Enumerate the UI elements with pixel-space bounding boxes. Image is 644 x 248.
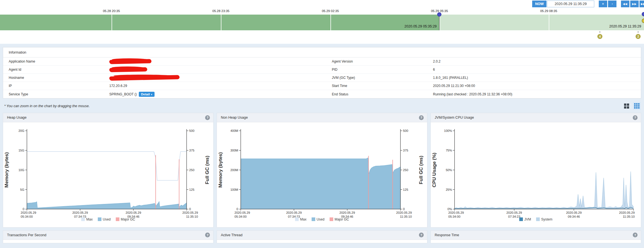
skip-to-end-button[interactable]: ▶▶| [640,1,644,7]
info-field-label: Agent Id [3,68,101,72]
svg-text:500: 500 [189,129,194,132]
edge-event-marker-blue-icon[interactable] [642,12,644,16]
zoom-in-button[interactable]: + [599,1,607,7]
now-button[interactable]: NOW [532,1,547,7]
svg-text:2020.05.2911:35:10: 2020.05.2911:35:10 [619,211,634,218]
legend-item: Max [81,217,93,221]
timeline-gridline [112,15,112,30]
svg-text:75%: 75% [446,149,452,152]
heap-usage-chart[interactable]: 20G50015G37510G2505G125002020.05.2905:34… [3,122,213,227]
event-badge-tick [638,31,638,33]
chevron-down-icon: ▾ [151,93,152,96]
datetime-input[interactable] [547,1,594,7]
info-rows: Application NameAgent Version2.0.2Agent … [3,58,641,98]
help-icon[interactable]: ? [419,233,424,237]
hint-row: * You can zoom in on the chart by draggi… [0,98,644,112]
chart-legend: MaxUsedMajor GC [217,219,427,227]
legend-swatch [330,217,333,221]
cpu-usage-chart[interactable]: 100%75%50%25%0%2020.05.2905:34:002020.05… [431,122,641,227]
information-title: Information [3,47,641,58]
info-field-value: 2.0.2 [422,59,641,63]
svg-text:200M: 200M [230,168,238,172]
cpu-usage-panel: JVM/System CPU Usage ? 100%75%50%25%0%20… [430,113,641,228]
legend-item: Used [98,217,111,221]
svg-text:250: 250 [403,168,408,172]
help-icon[interactable]: ? [419,115,424,120]
svg-text:2020.05.2911:35:10: 2020.05.2911:35:10 [396,211,412,218]
svg-text:25%: 25% [446,188,452,191]
svg-text:2020.05.2905:34:00: 2020.05.2905:34:00 [235,211,250,218]
timeline-tick-label: 05.28 23:35 [212,9,230,13]
active-thread-title: Active Thread [221,233,242,237]
help-icon[interactable]: ? [633,233,638,237]
info-row: Agent IdPID6 [3,66,641,74]
svg-text:125: 125 [189,188,194,191]
legend-item: JVM [519,217,531,221]
info-field-label: Service Type [3,92,101,96]
active-thread-panel: Active Thread ? [217,230,427,243]
svg-text:50%: 50% [446,168,452,172]
info-field-label: Hostname [3,76,101,80]
detail-button[interactable]: Detail▾ [139,92,155,97]
help-icon[interactable]: ? [205,115,210,120]
response-time-title: Response Time [435,233,459,237]
svg-text:0: 0 [403,207,405,211]
redaction-scribble [109,67,147,72]
svg-text:2020.05.2905:34:00: 2020.05.2905:34:00 [448,211,464,218]
chart-plot[interactable]: 100%75%50%25%0%2020.05.2905:34:002020.05… [431,125,641,219]
info-field-label: End Status [323,92,422,96]
svg-text:250: 250 [189,168,194,172]
info-row: Service TypeSPRING_BOOT ()Detail▾End Sta… [3,90,641,98]
selected-time-label: 2020.05.29 05:35:29 [404,24,437,28]
non-heap-usage-panel: Non Heap Usage ? 400M500300M375200M25010… [217,113,427,228]
grid-2x2-icon[interactable] [623,102,630,110]
legend-swatch [81,217,85,221]
chart-legend: MaxUsedMajor GC [3,219,213,227]
chart-legend: JVMSystem [431,219,641,227]
y2-axis-title: Full GC (ms) [418,156,424,184]
legend-item: Major GC [116,217,135,221]
svg-text:2020.05.2909:34:46: 2020.05.2909:34:46 [566,211,582,218]
info-row: Application NameAgent Version2.0.2 [3,58,641,66]
timeline-tick-label: 05.29 02:35 [322,9,339,13]
info-field-value: 2020.05.29 11:21:30 +08:00 [422,84,641,88]
non-heap-usage-chart[interactable]: 400M500300M375200M250100M125002020.05.29… [217,122,427,227]
chart-plot[interactable]: 400M500300M375200M250100M125002020.05.29… [217,125,427,219]
current-time-label: 2020.05.29 11:35:29 [609,24,641,28]
help-icon[interactable]: ? [633,115,638,120]
svg-text:10G: 10G [19,168,24,172]
agent-event-badge-row: 42 [0,30,644,43]
timeline-bar[interactable]: 2020.05.29 05:35:29 2020.05.29 11:35:29 [0,15,644,30]
y-axis-title: Memory (bytes) [4,152,9,188]
grid-3x3-icon[interactable] [633,102,641,110]
timeline-gridline [221,15,221,30]
cpu-usage-title: JVM/System CPU Usage [435,116,474,120]
zoom-out-button[interactable]: - [608,1,616,7]
info-row: HostnameJVM (GC Type)1.8.0_161 (PARALLEL… [3,74,641,82]
help-icon[interactable]: ? [205,233,210,237]
legend-swatch [295,217,299,221]
chart-plot[interactable]: 20G50015G37510G2505G125002020.05.2905:34… [3,125,213,219]
non-heap-usage-title: Non Heap Usage [221,116,248,120]
y2-axis-title: Full GC (ms) [204,156,210,184]
svg-text:2020.05.2911:35:10: 2020.05.2911:35:10 [182,211,198,218]
rewind-button[interactable]: ◀◀ [621,1,629,7]
legend-item: Max [295,217,307,221]
svg-text:2020.05.2905:34:00: 2020.05.2905:34:00 [21,211,36,218]
info-field-value [101,59,323,64]
legend-swatch [98,217,101,221]
svg-text:300M: 300M [230,149,238,152]
svg-text:0: 0 [22,207,24,211]
pin-marker-icon[interactable] [437,12,441,17]
forward-button[interactable]: ▶▶ [630,1,639,7]
svg-text:0%: 0% [448,207,452,211]
event-badge-icon[interactable]: 2 [636,34,641,39]
info-field-value: 1.8.0_161 (PARALLEL) [422,76,641,80]
info-field-label: JVM (GC Type) [323,76,422,80]
event-badge-icon[interactable]: 4 [597,34,602,39]
svg-text:0: 0 [236,207,238,211]
timeline-range-past[interactable] [0,15,439,30]
redaction-scribble [109,75,180,81]
svg-text:0: 0 [189,207,191,211]
redaction-scribble [109,59,151,64]
